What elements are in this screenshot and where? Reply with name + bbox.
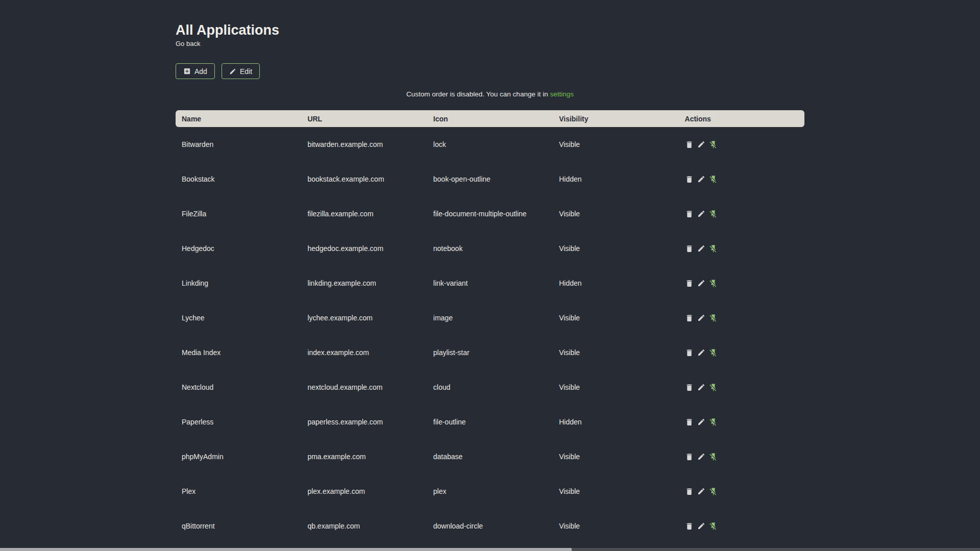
app-url-cell: paperless.example.com — [301, 405, 427, 439]
trash-icon[interactable] — [685, 210, 694, 218]
pin-off-icon[interactable] — [709, 140, 718, 149]
header-actions: Actions — [679, 110, 804, 127]
app-visibility-cell: Visible — [553, 231, 678, 266]
app-visibility-cell: Hidden — [553, 162, 678, 196]
trash-icon[interactable] — [685, 418, 694, 427]
app-url-cell: bookstack.example.com — [301, 162, 427, 196]
app-name-cell: Bitwarden — [176, 127, 301, 162]
app-visibility-cell: Visible — [553, 370, 678, 405]
app-url-cell: index.example.com — [301, 335, 427, 370]
pencil-icon[interactable] — [697, 140, 705, 148]
pin-off-icon[interactable] — [709, 244, 718, 253]
app-name-cell: Media Index — [176, 335, 301, 370]
app-name-cell: Lychee — [176, 300, 301, 335]
settings-link[interactable]: settings — [550, 90, 574, 98]
horizontal-scrollbar[interactable] — [0, 548, 980, 551]
table-row: qBittorrent qb.example.com download-circ… — [176, 509, 804, 543]
main-container: All Applications Go back Add Edit Custom… — [176, 0, 804, 551]
app-visibility-cell: Visible — [553, 127, 678, 162]
app-name-cell: Hedgedoc — [176, 231, 301, 266]
pencil-icon[interactable] — [697, 418, 705, 426]
app-icon-cell: lock — [427, 127, 553, 162]
app-url-cell: nextcloud.example.com — [301, 370, 427, 405]
header-visibility: Visibility — [553, 110, 678, 127]
app-icon-cell: playlist-star — [427, 335, 553, 370]
trash-icon[interactable] — [685, 175, 694, 184]
table-row: Paperless paperless.example.com file-out… — [176, 405, 804, 439]
trash-icon[interactable] — [685, 453, 694, 461]
pencil-icon[interactable] — [697, 210, 705, 218]
pencil-icon[interactable] — [697, 522, 705, 530]
pencil-icon[interactable] — [697, 279, 705, 287]
notice-text: Custom order is disabled. You can change… — [406, 90, 548, 98]
table-row: Plex plex.example.com plex Visible — [176, 474, 804, 509]
trash-icon[interactable] — [685, 487, 694, 496]
app-actions-cell — [679, 300, 804, 335]
app-actions-cell — [679, 196, 804, 231]
pencil-icon[interactable] — [697, 244, 705, 253]
trash-icon[interactable] — [685, 314, 694, 322]
trash-icon[interactable] — [685, 140, 694, 149]
pin-off-icon[interactable] — [709, 487, 718, 496]
add-button-label: Add — [194, 67, 207, 76]
table-row: phpMyAdmin pma.example.com database Visi… — [176, 439, 804, 474]
app-actions-cell — [679, 439, 804, 474]
app-url-cell: hedgedoc.example.com — [301, 231, 427, 266]
trash-icon[interactable] — [685, 279, 694, 288]
pencil-icon[interactable] — [697, 453, 705, 461]
app-actions-cell — [679, 266, 804, 300]
table-header: Name URL Icon Visibility Actions — [176, 110, 804, 127]
table-row: Hedgedoc hedgedoc.example.com notebook V… — [176, 231, 804, 266]
app-url-cell: filezilla.example.com — [301, 196, 427, 231]
table-row: Nextcloud nextcloud.example.com cloud Vi… — [176, 370, 804, 405]
pencil-icon[interactable] — [697, 314, 705, 322]
scrollbar-thumb[interactable] — [0, 548, 572, 551]
app-icon-cell: notebook — [427, 231, 553, 266]
pin-off-icon[interactable] — [709, 175, 718, 184]
pin-off-icon[interactable] — [709, 383, 718, 392]
trash-icon[interactable] — [685, 244, 694, 253]
pin-off-icon[interactable] — [709, 418, 718, 427]
page-title: All Applications — [176, 22, 804, 38]
applications-table: Name URL Icon Visibility Actions Bitward… — [176, 110, 804, 551]
app-name-cell: Nextcloud — [176, 370, 301, 405]
app-url-cell: linkding.example.com — [301, 266, 427, 300]
pin-off-icon[interactable] — [709, 279, 718, 288]
app-name-cell: phpMyAdmin — [176, 439, 301, 474]
app-name-cell: Linkding — [176, 266, 301, 300]
header-icon: Icon — [427, 110, 553, 127]
app-icon-cell: image — [427, 300, 553, 335]
pin-off-icon[interactable] — [709, 314, 718, 322]
app-name-cell: qBittorrent — [176, 509, 301, 543]
app-icon-cell: database — [427, 439, 553, 474]
app-url-cell: plex.example.com — [301, 474, 427, 509]
app-visibility-cell: Hidden — [553, 266, 678, 300]
plus-box-icon — [183, 67, 191, 75]
app-visibility-cell: Visible — [553, 196, 678, 231]
pin-off-icon[interactable] — [709, 522, 718, 531]
header-name: Name — [176, 110, 301, 127]
app-actions-cell — [679, 509, 804, 543]
go-back-link[interactable]: Go back — [176, 40, 200, 47]
app-visibility-cell: Visible — [553, 300, 678, 335]
trash-icon[interactable] — [685, 522, 694, 531]
app-icon-cell: plex — [427, 474, 553, 509]
pencil-icon[interactable] — [697, 175, 705, 183]
table-row: Lychee lychee.example.com image Visible — [176, 300, 804, 335]
app-table-body: Bitwarden bitwarden.example.com lock Vis… — [176, 127, 804, 551]
pencil-icon[interactable] — [697, 487, 705, 495]
app-actions-cell — [679, 162, 804, 196]
edit-button[interactable]: Edit — [222, 63, 260, 79]
header-url: URL — [301, 110, 427, 127]
pencil-icon[interactable] — [697, 348, 705, 357]
pencil-icon[interactable] — [697, 383, 705, 391]
add-button[interactable]: Add — [176, 63, 215, 79]
table-row: Bitwarden bitwarden.example.com lock Vis… — [176, 127, 804, 162]
pin-off-icon[interactable] — [709, 348, 718, 357]
pin-off-icon[interactable] — [709, 453, 718, 461]
app-actions-cell — [679, 231, 804, 266]
pin-off-icon[interactable] — [709, 210, 718, 218]
trash-icon[interactable] — [685, 383, 694, 392]
trash-icon[interactable] — [685, 348, 694, 357]
app-visibility-cell: Visible — [553, 439, 678, 474]
